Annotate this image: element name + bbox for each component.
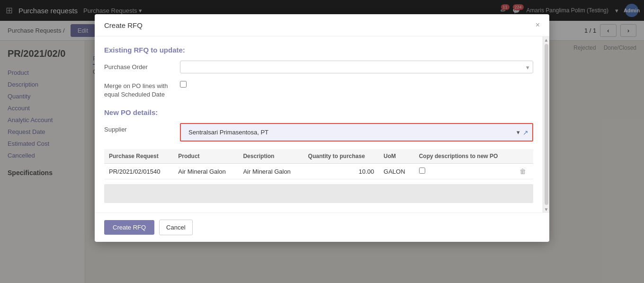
empty-row xyxy=(104,184,533,203)
purchase-order-select[interactable] xyxy=(180,61,533,73)
col-header-actions xyxy=(515,149,533,164)
modal-footer: Create RFQ Cancel xyxy=(95,212,549,242)
purchase-order-row: Purchase Order ▾ xyxy=(104,61,533,73)
purchase-lines-table: Purchase Request Product Description Qua… xyxy=(104,149,533,179)
create-rfq-modal: Create RFQ × Existing RFQ to update: Pur… xyxy=(95,14,549,242)
supplier-external-link-icon[interactable]: ↗ xyxy=(523,129,528,136)
cell-uom: GALON xyxy=(379,164,414,179)
existing-rfq-header: Existing RFQ to update: xyxy=(104,46,533,54)
cell-purchase-request: PR/2021/02/01540 xyxy=(104,164,173,179)
cell-copy-descriptions xyxy=(414,164,515,179)
supplier-dropdown-icon[interactable]: ▾ xyxy=(517,129,520,136)
supplier-input-wrapper: Sentralsari Primasentosa, PT ▾ ↗ xyxy=(180,123,533,142)
merge-row: Merge on PO lines with equal Scheduled D… xyxy=(104,79,533,99)
modal-scrollbar[interactable]: ▲ ▼ xyxy=(543,36,549,212)
cell-description: Air Mineral Galon xyxy=(238,164,303,179)
modal-title: Create RFQ xyxy=(104,21,143,29)
create-rfq-button[interactable]: Create RFQ xyxy=(104,220,154,235)
col-header-uom: UoM xyxy=(379,149,414,164)
modal-overlay: Create RFQ × Existing RFQ to update: Pur… xyxy=(0,0,644,283)
purchase-order-label: Purchase Order xyxy=(104,61,180,71)
cell-product: Air Mineral Galon xyxy=(173,164,238,179)
cell-delete: 🗑 xyxy=(515,164,533,179)
modal-body: Existing RFQ to update: Purchase Order ▾… xyxy=(95,36,543,212)
merge-control xyxy=(180,79,533,89)
purchase-order-control: ▾ xyxy=(180,61,533,73)
new-po-header: New PO details: xyxy=(104,108,533,116)
purchase-order-select-wrapper: ▾ xyxy=(180,61,533,73)
col-header-product: Product xyxy=(173,149,238,164)
delete-row-icon[interactable]: 🗑 xyxy=(519,168,526,175)
col-header-description: Description xyxy=(238,149,303,164)
col-header-purchase-request: Purchase Request xyxy=(104,149,173,164)
table-row: PR/2021/02/01540 Air Mineral Galon Air M… xyxy=(104,164,533,179)
modal-header: Create RFQ × xyxy=(95,14,549,36)
supplier-control: Sentralsari Primasentosa, PT ▾ ↗ xyxy=(180,123,533,142)
scroll-up-arrow[interactable]: ▲ xyxy=(544,37,549,42)
cancel-button[interactable]: Cancel xyxy=(159,220,192,235)
col-header-quantity: Quantity to purchase xyxy=(304,149,379,164)
purchase-lines-table-section: Purchase Request Product Description Qua… xyxy=(104,149,533,179)
supplier-select[interactable]: Sentralsari Primasentosa, PT xyxy=(185,127,514,138)
scroll-thumb xyxy=(545,44,548,205)
supplier-label: Supplier xyxy=(104,123,180,133)
merge-label: Merge on PO lines with equal Scheduled D… xyxy=(104,79,180,99)
cell-quantity: 10.00 xyxy=(304,164,379,179)
merge-checkbox[interactable] xyxy=(180,81,187,88)
copy-descriptions-checkbox[interactable] xyxy=(419,168,425,174)
scroll-down-arrow[interactable]: ▼ xyxy=(544,207,549,212)
table-header-row: Purchase Request Product Description Qua… xyxy=(104,149,533,164)
col-header-copy-descriptions: Copy descriptions to new PO xyxy=(414,149,515,164)
modal-close-button[interactable]: × xyxy=(536,21,540,29)
supplier-row: Supplier Sentralsari Primasentosa, PT ▾ … xyxy=(104,123,533,142)
